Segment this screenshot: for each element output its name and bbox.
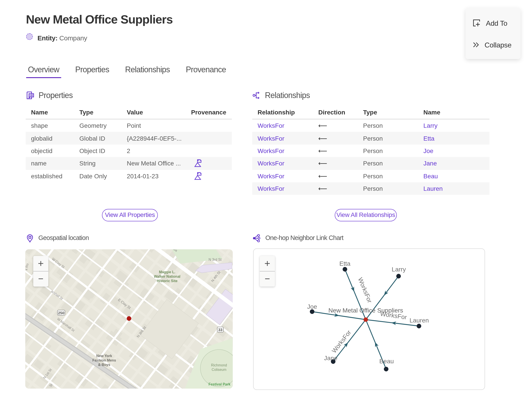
svg-text:Walker National: Walker National [154, 274, 180, 278]
svg-text:Coliseum: Coliseum [212, 368, 226, 371]
svg-text:Maggie L.: Maggie L. [159, 270, 175, 274]
svg-text:Etta: Etta [339, 260, 351, 267]
svg-text:WorksFor: WorksFor [380, 310, 407, 321]
svg-text:New York: New York [96, 354, 112, 358]
svg-text:250: 250 [58, 311, 64, 315]
svg-text:WorksFor: WorksFor [357, 277, 373, 304]
svg-text:Larry: Larry [392, 266, 406, 273]
svg-text:Jane: Jane [324, 355, 338, 362]
svg-text:Fashion Mens: Fashion Mens [93, 358, 116, 362]
svg-text:33: 33 [218, 328, 223, 332]
svg-text:Joe: Joe [307, 303, 317, 310]
svg-text:Richmond: Richmond [211, 363, 227, 367]
svg-text:Beau: Beau [379, 358, 394, 365]
svg-text:Historic Site: Historic Site [157, 279, 177, 283]
svg-text:Lauren: Lauren [409, 317, 429, 324]
svg-text:& Boys: & Boys [98, 363, 110, 366]
svg-text:Festival Park: Festival Park [209, 382, 231, 386]
svg-text:N 3rd St: N 3rd St [209, 257, 222, 261]
